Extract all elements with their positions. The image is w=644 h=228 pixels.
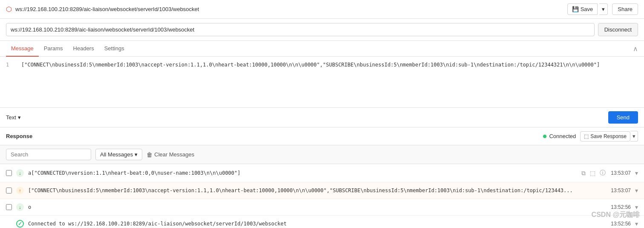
clear-messages-button[interactable]: 🗑 Clear Messages: [147, 149, 194, 160]
message-content: ["CONNECT\nbusinessId:5\nmemberId:1003\n…: [21, 61, 600, 69]
save-response-group: ⬚ Save Response ▾: [580, 131, 638, 141]
connected-dot: [543, 135, 546, 138]
response-title: Response: [6, 133, 32, 139]
save-button[interactable]: 💾 Save: [567, 3, 598, 15]
all-messages-label: All Messages: [100, 151, 133, 158]
save-label: Save: [581, 6, 593, 12]
direction-up-2: ↑: [16, 187, 24, 194]
title-url: ws://192.168.100.210:8289/aic-liaison/we…: [15, 6, 199, 12]
tab-settings[interactable]: Settings: [99, 41, 129, 57]
text-type-label: Text: [6, 114, 16, 121]
message-line-1: 1 ["CONNECT\nbusinessId:5\nmemberId:1003…: [6, 61, 638, 69]
clear-messages-label: Clear Messages: [154, 151, 194, 158]
msg-text-1: a["CONNECTED\nversion:1.1\nheart-beat:0,…: [28, 170, 576, 176]
direction-down-1: ↓: [16, 169, 24, 177]
all-messages-button[interactable]: All Messages ▾: [95, 149, 142, 160]
response-header: Response Connected ⬚ Save Response ▾: [0, 127, 644, 145]
connected-badge: Connected: [543, 133, 576, 139]
disconnect-button[interactable]: Disconnect: [598, 23, 638, 36]
expand-button-3[interactable]: ▾: [635, 204, 638, 211]
chevron-down-icon: ▾: [18, 114, 21, 121]
message-row-4: ✓ Connected to ws://192.168.100.210:8289…: [0, 216, 644, 228]
msg-time-2: 13:53:07: [611, 188, 631, 193]
save-msg-button-1[interactable]: ⬚: [589, 169, 596, 177]
websocket-icon: ⬡: [6, 5, 12, 13]
save-icon: 💾: [572, 6, 579, 12]
line-number: 1: [6, 61, 14, 69]
msg-text-3: o: [28, 204, 607, 210]
save-response-button[interactable]: ⬚ Save Response: [580, 131, 630, 141]
collapse-icon[interactable]: ∧: [633, 45, 638, 53]
tab-params[interactable]: Params: [39, 41, 68, 57]
msg-text-2: ["CONNECT\nbusinessId:5\nmemberId:1003\n…: [28, 188, 607, 193]
title-left: ⬡ ws://192.168.100.210:8289/aic-liaison/…: [6, 5, 199, 13]
trash-icon: 🗑: [147, 151, 152, 158]
info-button-1[interactable]: ⓘ: [599, 168, 607, 178]
direction-check-4: ✓: [16, 220, 24, 228]
message-row-2: ↑ ["CONNECT\nbusinessId:5\nmemberId:1003…: [0, 182, 644, 199]
text-type-selector[interactable]: Text ▾: [6, 114, 21, 121]
all-messages-chevron: ▾: [135, 151, 138, 158]
tab-headers[interactable]: Headers: [68, 41, 99, 57]
title-actions: 💾 Save ▾ Share: [567, 3, 638, 15]
msg-checkbox-2[interactable]: [6, 188, 12, 193]
message-list: ↓ a["CONNECTED\nversion:1.1\nheart-beat:…: [0, 164, 644, 228]
title-bar: ⬡ ws://192.168.100.210:8289/aic-liaison/…: [0, 0, 644, 19]
response-section: Response Connected ⬚ Save Response ▾ All…: [0, 127, 644, 228]
share-button[interactable]: Share: [612, 3, 638, 15]
response-right: Connected ⬚ Save Response ▾: [543, 131, 638, 141]
save-resp-icon: ⬚: [584, 133, 589, 139]
msg-checkbox-1[interactable]: [6, 170, 12, 176]
msg-actions-1: ⧉ ⬚ ⓘ: [581, 168, 607, 178]
expand-button-1[interactable]: ▾: [635, 170, 638, 176]
msg-text-4: Connected to ws://192.168.100.210:8289/a…: [28, 221, 607, 227]
save-response-dropdown[interactable]: ▾: [630, 131, 638, 141]
copy-button-1[interactable]: ⧉: [581, 169, 586, 178]
message-row-3: ↓ o 13:52:56 ▾: [0, 199, 644, 216]
msg-time-4: 13:52:56: [611, 221, 631, 227]
url-bar: Disconnect: [0, 19, 644, 41]
connected-label: Connected: [549, 133, 576, 139]
save-dropdown-button[interactable]: ▾: [599, 3, 608, 15]
msg-time-1: 13:53:07: [611, 170, 631, 176]
message-area: 1 ["CONNECT\nbusinessId:5\nmemberId:1003…: [0, 57, 644, 108]
tabs: Message Params Headers Settings ∧: [0, 41, 644, 57]
msg-time-3: 13:52:56: [611, 204, 631, 210]
send-button[interactable]: Send: [608, 111, 638, 124]
filter-bar: All Messages ▾ 🗑 Clear Messages: [0, 145, 644, 164]
search-input[interactable]: [6, 149, 91, 160]
save-resp-label: Save Response: [590, 133, 627, 139]
url-input[interactable]: [6, 23, 595, 36]
expand-button-2[interactable]: ▾: [635, 187, 638, 194]
text-send-bar: Text ▾ Send: [0, 108, 644, 127]
direction-down-3: ↓: [16, 203, 24, 211]
msg-checkbox-3[interactable]: [6, 204, 12, 210]
message-row-1: ↓ a["CONNECTED\nversion:1.1\nheart-beat:…: [0, 164, 644, 182]
expand-button-4[interactable]: ▾: [635, 220, 638, 227]
tab-message[interactable]: Message: [6, 41, 39, 57]
